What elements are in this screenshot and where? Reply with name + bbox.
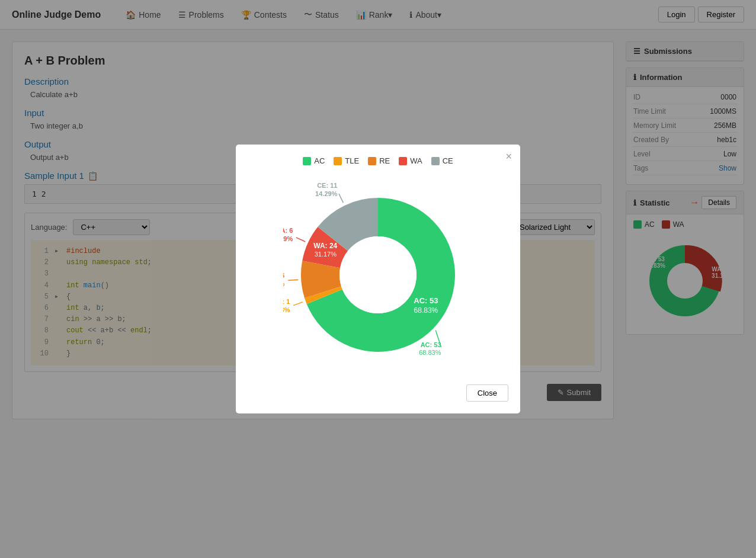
svg-line-13 <box>296 238 305 242</box>
modal-footer: Close <box>248 384 508 402</box>
svg-text:AC: 53: AC: 53 <box>421 341 441 348</box>
svg-text:TLE: 1: TLE: 1 <box>283 298 290 305</box>
modal-wa-color <box>399 157 407 165</box>
modal-re-color <box>368 157 376 165</box>
modal-ce-label: CE <box>443 156 453 165</box>
svg-text:RE: 6: RE: 6 <box>283 272 284 279</box>
modal-wa-label: WA <box>410 156 422 165</box>
svg-text:AC: 53: AC: 53 <box>414 296 438 305</box>
donut-inner-hole <box>339 236 417 313</box>
svg-text:WA: 24: WA: 24 <box>313 242 337 250</box>
svg-text:14.29%: 14.29% <box>315 190 338 197</box>
svg-text:CE: 11: CE: 11 <box>317 182 337 189</box>
svg-text:7.79%: 7.79% <box>283 235 293 242</box>
svg-text:7.79%: 7.79% <box>283 280 285 287</box>
svg-text:31.17%: 31.17% <box>315 251 337 258</box>
modal-tle-label: TLE <box>345 156 359 165</box>
modal-re-label: RE <box>379 156 390 165</box>
modal-legend: AC TLE RE WA CE <box>248 156 508 165</box>
svg-line-8 <box>288 280 298 280</box>
modal-ac-color <box>303 157 311 165</box>
svg-text:68.83%: 68.83% <box>414 306 438 315</box>
svg-line-5 <box>293 302 303 306</box>
donut-chart-svg: AC: 5368.83%AC: 5368.83%TLE: 11.3%RE: 67… <box>283 180 473 370</box>
svg-text:WA: 6: WA: 6 <box>283 227 293 234</box>
modal-overlay[interactable]: × AC TLE RE WA CE <box>0 0 756 431</box>
modal-ce-color <box>431 157 440 165</box>
modal-close-button[interactable]: × <box>505 150 512 163</box>
modal-tle-color <box>334 157 342 165</box>
statistics-modal: × AC TLE RE WA CE <box>236 145 520 413</box>
svg-line-16 <box>339 194 343 203</box>
modal-close-btn[interactable]: Close <box>466 384 508 402</box>
modal-chart-area: AC: 5368.83%AC: 5368.83%TLE: 11.3%RE: 67… <box>248 174 508 376</box>
modal-ac-label: AC <box>314 156 325 165</box>
svg-text:1.3%: 1.3% <box>283 306 290 313</box>
svg-text:68.83%: 68.83% <box>419 349 441 356</box>
